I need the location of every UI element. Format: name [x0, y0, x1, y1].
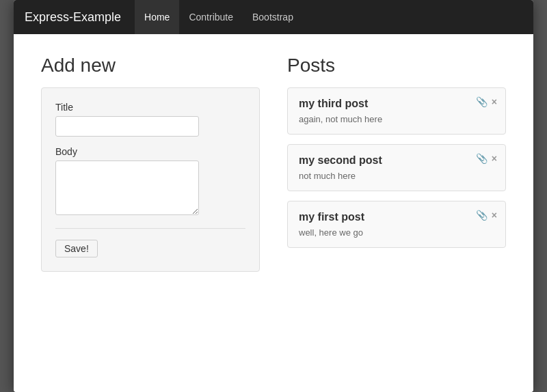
- nav-link-home[interactable]: Home: [135, 0, 179, 34]
- nav-link-contribute[interactable]: Contribute: [179, 0, 243, 34]
- body-field-group: Body: [55, 146, 245, 217]
- post-actions-2: 📎 ×: [476, 210, 497, 221]
- edit-icon-2[interactable]: 📎: [476, 210, 488, 221]
- nav-link-bootstrap[interactable]: Bootstrap: [243, 0, 303, 34]
- posts-title: Posts: [287, 55, 506, 76]
- post-actions-1: 📎 ×: [476, 153, 497, 164]
- main-content: Add new Title Body Save! Posts: [14, 34, 533, 392]
- nav-item-bootstrap: Bootstrap: [243, 0, 303, 34]
- post-body-0: again, not much here: [299, 114, 494, 124]
- nav-menu: Home Contribute Bootstrap: [135, 0, 303, 34]
- form-panel: Title Body Save!: [41, 87, 260, 272]
- post-card-0: my third post again, not much here 📎 ×: [287, 87, 506, 135]
- navbar: Express-Example Home Contribute Bootstra…: [14, 0, 533, 34]
- edit-icon-1[interactable]: 📎: [476, 153, 488, 164]
- brand-link[interactable]: Express-Example: [25, 10, 121, 25]
- post-title-2: my first post: [299, 211, 494, 223]
- form-divider: [55, 228, 245, 229]
- post-actions-0: 📎 ×: [476, 96, 497, 107]
- title-field-group: Title: [55, 102, 245, 137]
- title-input[interactable]: [55, 116, 199, 137]
- nav-item-home: Home: [135, 0, 179, 34]
- body-label: Body: [55, 146, 245, 157]
- edit-icon-0[interactable]: 📎: [476, 96, 488, 107]
- post-card-2: my first post well, here we go 📎 ×: [287, 201, 506, 248]
- post-title-0: my third post: [299, 98, 494, 110]
- post-body-1: not much here: [299, 171, 494, 181]
- title-label: Title: [55, 102, 245, 113]
- save-button[interactable]: Save!: [55, 240, 98, 257]
- delete-icon-1[interactable]: ×: [492, 153, 497, 164]
- browser-window: Express-Example Home Contribute Bootstra…: [14, 0, 533, 392]
- nav-item-contribute: Contribute: [179, 0, 243, 34]
- post-title-1: my second post: [299, 154, 494, 167]
- delete-icon-2[interactable]: ×: [492, 210, 497, 221]
- content-row: Add new Title Body Save! Posts: [41, 55, 506, 272]
- post-card-1: my second post not much here 📎 ×: [287, 144, 506, 191]
- posts-section: Posts my third post again, not much here…: [287, 55, 506, 272]
- add-new-section: Add new Title Body Save!: [41, 55, 260, 272]
- add-new-title: Add new: [41, 55, 260, 76]
- delete-icon-0[interactable]: ×: [492, 96, 497, 107]
- body-textarea[interactable]: [55, 160, 199, 215]
- post-body-2: well, here we go: [299, 227, 494, 238]
